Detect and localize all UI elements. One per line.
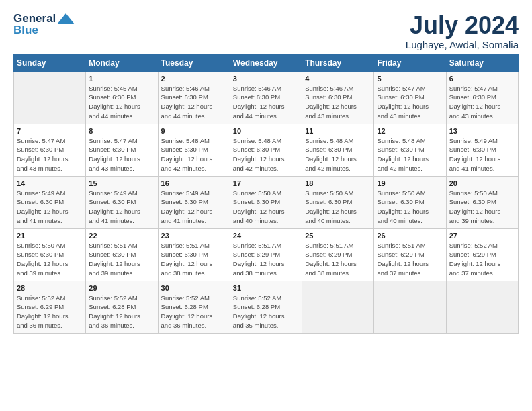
day-info: Sunrise: 5:47 AM Sunset: 6:30 PM Dayligh…: [17, 136, 83, 173]
calendar-cell: 26Sunrise: 5:51 AM Sunset: 6:29 PM Dayli…: [374, 228, 446, 281]
day-number: 17: [233, 179, 299, 187]
day-info: Sunrise: 5:48 AM Sunset: 6:30 PM Dayligh…: [305, 136, 371, 173]
day-info: Sunrise: 5:52 AM Sunset: 6:28 PM Dayligh…: [89, 293, 154, 330]
calendar-week-4: 21Sunrise: 5:50 AM Sunset: 6:30 PM Dayli…: [14, 228, 519, 281]
header-day-sunday: Sunday: [14, 54, 86, 71]
calendar-cell: 2Sunrise: 5:46 AM Sunset: 6:30 PM Daylig…: [158, 71, 230, 124]
day-number: 30: [161, 284, 227, 292]
calendar-cell: [14, 71, 86, 124]
day-number: 2: [161, 75, 227, 83]
calendar-cell: 25Sunrise: 5:51 AM Sunset: 6:29 PM Dayli…: [302, 228, 374, 281]
header-day-saturday: Saturday: [446, 54, 518, 71]
day-info: Sunrise: 5:52 AM Sunset: 6:29 PM Dayligh…: [17, 293, 83, 330]
day-number: 14: [17, 179, 83, 187]
day-info: Sunrise: 5:49 AM Sunset: 6:30 PM Dayligh…: [161, 189, 227, 226]
calendar-cell: 11Sunrise: 5:48 AM Sunset: 6:30 PM Dayli…: [302, 124, 374, 176]
calendar-cell: 23Sunrise: 5:51 AM Sunset: 6:30 PM Dayli…: [158, 228, 230, 281]
calendar-cell: 20Sunrise: 5:50 AM Sunset: 6:30 PM Dayli…: [446, 176, 518, 228]
day-number: 24: [233, 232, 299, 240]
calendar-cell: 13Sunrise: 5:49 AM Sunset: 6:30 PM Dayli…: [446, 124, 518, 176]
calendar-cell: 3Sunrise: 5:46 AM Sunset: 6:30 PM Daylig…: [230, 71, 302, 124]
day-number: 5: [377, 75, 443, 83]
day-number: 21: [17, 232, 83, 240]
day-number: 13: [449, 127, 515, 135]
day-number: 12: [377, 127, 443, 135]
calendar-cell: 12Sunrise: 5:48 AM Sunset: 6:30 PM Dayli…: [374, 124, 446, 176]
header-row-days: SundayMondayTuesdayWednesdayThursdayFrid…: [14, 54, 519, 71]
calendar-cell: 24Sunrise: 5:51 AM Sunset: 6:29 PM Dayli…: [230, 228, 302, 281]
day-info: Sunrise: 5:49 AM Sunset: 6:30 PM Dayligh…: [449, 136, 515, 173]
day-number: 22: [89, 232, 154, 240]
day-info: Sunrise: 5:50 AM Sunset: 6:30 PM Dayligh…: [305, 189, 371, 226]
calendar-cell: 17Sunrise: 5:50 AM Sunset: 6:30 PM Dayli…: [230, 176, 302, 228]
calendar-cell: 30Sunrise: 5:52 AM Sunset: 6:28 PM Dayli…: [158, 281, 230, 333]
day-number: 25: [305, 232, 371, 240]
calendar-cell: 1Sunrise: 5:45 AM Sunset: 6:30 PM Daylig…: [86, 71, 158, 124]
day-number: 18: [305, 179, 371, 187]
day-info: Sunrise: 5:46 AM Sunset: 6:30 PM Dayligh…: [161, 84, 227, 121]
day-info: Sunrise: 5:47 AM Sunset: 6:30 PM Dayligh…: [89, 136, 154, 173]
calendar-week-2: 7Sunrise: 5:47 AM Sunset: 6:30 PM Daylig…: [14, 124, 519, 176]
svg-marker-0: [57, 13, 75, 24]
calendar-cell: 9Sunrise: 5:48 AM Sunset: 6:30 PM Daylig…: [158, 124, 230, 176]
calendar-cell: 21Sunrise: 5:50 AM Sunset: 6:30 PM Dayli…: [14, 228, 86, 281]
day-number: 9: [161, 127, 227, 135]
calendar-cell: 19Sunrise: 5:50 AM Sunset: 6:30 PM Dayli…: [374, 176, 446, 228]
calendar-cell: 6Sunrise: 5:47 AM Sunset: 6:30 PM Daylig…: [446, 71, 518, 124]
day-info: Sunrise: 5:50 AM Sunset: 6:30 PM Dayligh…: [233, 189, 299, 226]
calendar-cell: [302, 281, 374, 333]
day-number: 1: [89, 75, 154, 83]
day-number: 3: [233, 75, 299, 83]
logo-icon: [57, 13, 75, 24]
calendar-cell: 4Sunrise: 5:46 AM Sunset: 6:30 PM Daylig…: [302, 71, 374, 124]
day-number: 8: [89, 127, 154, 135]
day-info: Sunrise: 5:51 AM Sunset: 6:30 PM Dayligh…: [161, 241, 227, 278]
calendar-cell: 10Sunrise: 5:48 AM Sunset: 6:30 PM Dayli…: [230, 124, 302, 176]
month-year: July 2024: [406, 12, 519, 39]
day-number: 26: [377, 232, 443, 240]
day-number: 4: [305, 75, 371, 83]
calendar-week-5: 28Sunrise: 5:52 AM Sunset: 6:29 PM Dayli…: [14, 281, 519, 333]
day-info: Sunrise: 5:51 AM Sunset: 6:29 PM Dayligh…: [233, 241, 299, 278]
header-day-wednesday: Wednesday: [230, 54, 302, 71]
day-number: 10: [233, 127, 299, 135]
day-info: Sunrise: 5:51 AM Sunset: 6:30 PM Dayligh…: [89, 241, 154, 278]
day-number: 19: [377, 179, 443, 187]
day-info: Sunrise: 5:50 AM Sunset: 6:30 PM Dayligh…: [449, 189, 515, 226]
header-day-monday: Monday: [86, 54, 158, 71]
day-info: Sunrise: 5:47 AM Sunset: 6:30 PM Dayligh…: [449, 84, 515, 121]
day-info: Sunrise: 5:51 AM Sunset: 6:29 PM Dayligh…: [305, 241, 371, 278]
day-number: 31: [233, 284, 299, 292]
day-info: Sunrise: 5:45 AM Sunset: 6:30 PM Dayligh…: [89, 84, 154, 121]
calendar-cell: 5Sunrise: 5:47 AM Sunset: 6:30 PM Daylig…: [374, 71, 446, 124]
calendar-cell: 7Sunrise: 5:47 AM Sunset: 6:30 PM Daylig…: [14, 124, 86, 176]
calendar-week-1: 1Sunrise: 5:45 AM Sunset: 6:30 PM Daylig…: [14, 71, 519, 124]
day-number: 16: [161, 179, 227, 187]
day-number: 27: [449, 232, 515, 240]
day-info: Sunrise: 5:48 AM Sunset: 6:30 PM Dayligh…: [233, 136, 299, 173]
header-row: General Blue July 2024 Lughaye, Awdal, S…: [13, 12, 519, 50]
calendar-cell: 16Sunrise: 5:49 AM Sunset: 6:30 PM Dayli…: [158, 176, 230, 228]
day-number: 29: [89, 284, 154, 292]
day-number: 7: [17, 127, 83, 135]
calendar-cell: 29Sunrise: 5:52 AM Sunset: 6:28 PM Dayli…: [86, 281, 158, 333]
calendar-cell: [374, 281, 446, 333]
day-info: Sunrise: 5:47 AM Sunset: 6:30 PM Dayligh…: [377, 84, 443, 121]
day-number: 20: [449, 179, 515, 187]
day-number: 11: [305, 127, 371, 135]
calendar-cell: 15Sunrise: 5:49 AM Sunset: 6:30 PM Dayli…: [86, 176, 158, 228]
calendar-cell: 14Sunrise: 5:49 AM Sunset: 6:30 PM Dayli…: [14, 176, 86, 228]
calendar-cell: 28Sunrise: 5:52 AM Sunset: 6:29 PM Dayli…: [14, 281, 86, 333]
day-info: Sunrise: 5:52 AM Sunset: 6:29 PM Dayligh…: [449, 241, 515, 278]
day-info: Sunrise: 5:48 AM Sunset: 6:30 PM Dayligh…: [377, 136, 443, 173]
day-info: Sunrise: 5:49 AM Sunset: 6:30 PM Dayligh…: [17, 189, 83, 226]
calendar-cell: 8Sunrise: 5:47 AM Sunset: 6:30 PM Daylig…: [86, 124, 158, 176]
day-number: 28: [17, 284, 83, 292]
logo: General Blue: [13, 12, 75, 36]
day-number: 15: [89, 179, 154, 187]
day-info: Sunrise: 5:46 AM Sunset: 6:30 PM Dayligh…: [305, 84, 371, 121]
page-container: General Blue July 2024 Lughaye, Awdal, S…: [0, 0, 532, 340]
day-info: Sunrise: 5:48 AM Sunset: 6:30 PM Dayligh…: [161, 136, 227, 173]
calendar-table: SundayMondayTuesdayWednesdayThursdayFrid…: [13, 54, 519, 334]
logo-sub: Blue: [13, 24, 75, 37]
